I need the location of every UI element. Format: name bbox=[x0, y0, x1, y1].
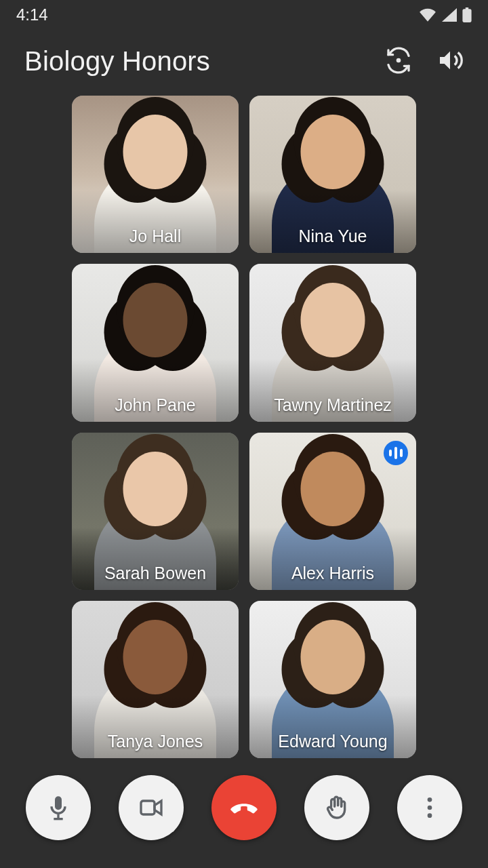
wifi-icon bbox=[419, 8, 436, 22]
participant-tile[interactable]: Sarah Bowen bbox=[72, 433, 239, 590]
hangup-icon bbox=[228, 792, 260, 823]
status-bar: 4:14 bbox=[0, 0, 488, 30]
participant-name: Nina Yue bbox=[294, 226, 371, 246]
raise-hand-button[interactable] bbox=[304, 775, 369, 840]
svg-point-4 bbox=[428, 797, 432, 802]
speaker-icon bbox=[436, 47, 464, 74]
battery-icon bbox=[462, 7, 472, 22]
svg-rect-3 bbox=[141, 801, 155, 814]
mute-button[interactable] bbox=[26, 775, 91, 840]
participant-tile[interactable]: Edward Young bbox=[249, 601, 416, 758]
participant-tile[interactable]: Tanya Jones bbox=[72, 601, 239, 758]
participant-tile[interactable]: Tawny Martinez bbox=[249, 264, 416, 421]
hangup-button[interactable] bbox=[211, 775, 277, 840]
svg-rect-2 bbox=[54, 818, 62, 820]
svg-point-6 bbox=[428, 813, 432, 818]
header-actions bbox=[385, 47, 464, 77]
call-controls bbox=[0, 766, 488, 868]
participant-name: Alex Harris bbox=[287, 564, 378, 583]
cellular-icon bbox=[442, 8, 457, 22]
call-title: Biology Honors bbox=[24, 46, 385, 77]
participant-name: Tanya Jones bbox=[104, 732, 207, 751]
more-options-button[interactable] bbox=[397, 775, 462, 840]
participant-grid: Jo HallNina YueJohn PaneTawny MartinezSa… bbox=[0, 87, 488, 766]
svg-point-5 bbox=[428, 806, 432, 810]
switch-camera-icon bbox=[385, 47, 412, 74]
participant-name: Jo Hall bbox=[125, 226, 185, 246]
participant-tile[interactable]: John Pane bbox=[72, 264, 239, 421]
microphone-icon bbox=[45, 794, 72, 821]
camera-icon bbox=[138, 794, 165, 821]
speaking-indicator-icon bbox=[384, 441, 408, 465]
camera-button[interactable] bbox=[119, 775, 184, 840]
more-vertical-icon bbox=[416, 794, 443, 821]
participant-name: Tawny Martinez bbox=[270, 395, 396, 415]
participant-name: John Pane bbox=[110, 395, 200, 415]
participant-name: Sarah Bowen bbox=[100, 564, 210, 583]
status-icons bbox=[419, 7, 472, 22]
participant-tile[interactable]: Nina Yue bbox=[249, 96, 416, 253]
svg-rect-1 bbox=[57, 814, 59, 818]
participant-name: Edward Young bbox=[274, 732, 391, 751]
status-time: 4:14 bbox=[16, 5, 48, 24]
call-header: Biology Honors bbox=[0, 30, 488, 87]
svg-point-0 bbox=[396, 58, 401, 62]
switch-camera-button[interactable] bbox=[385, 47, 412, 77]
hand-icon bbox=[323, 794, 350, 821]
participant-tile[interactable]: Jo Hall bbox=[72, 96, 239, 253]
audio-output-button[interactable] bbox=[436, 47, 464, 77]
participant-tile[interactable]: Alex Harris bbox=[249, 433, 416, 590]
